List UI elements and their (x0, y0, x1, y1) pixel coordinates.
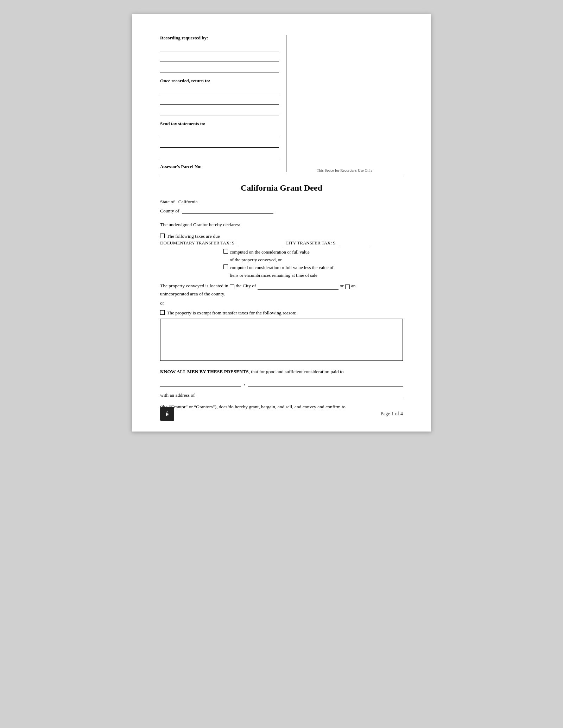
know-all-bold: KNOW ALL MEN BY THESE PRESENTS (160, 369, 248, 374)
taxes-section: The following taxes are due DOCUMENTARY … (160, 233, 403, 297)
taxes-due-label: The following taxes are due (167, 233, 220, 240)
left-column: Recording requested by: Once recorded, r… (160, 35, 286, 172)
city-name-input[interactable] (258, 283, 339, 290)
unincorporated-text: unincorporated area of the county. (160, 291, 403, 297)
know-all-cont: , that for good and sufficient considera… (248, 369, 343, 374)
exempt-section: The property is exempt from transfer tax… (160, 309, 403, 361)
state-county-section: State of California County of (160, 199, 403, 214)
recording-line-1[interactable] (160, 44, 279, 51)
computed-full-row: computed on the consideration or full va… (223, 248, 403, 256)
page-number: Page 1 of 4 (381, 411, 403, 417)
taxes-due-checkbox[interactable] (160, 234, 165, 238)
computed-less-row: computed on consideration or full value … (223, 264, 403, 272)
header-divider (160, 176, 403, 176)
return-label: Once recorded, return to: (160, 78, 279, 84)
know-all-section: KNOW ALL MEN BY THESE PRESENTS, that for… (160, 368, 403, 376)
document-page: Recording requested by: Once recorded, r… (132, 14, 431, 432)
of-property-text: of the property conveyed, or (230, 256, 403, 264)
right-column: This Space for Recorder's Use Only (286, 35, 403, 172)
return-line-1[interactable] (160, 87, 279, 94)
state-value: California (178, 199, 198, 204)
exempt-row: The property is exempt from transfer tax… (160, 309, 403, 317)
taxes-due-row: The following taxes are due (160, 233, 403, 240)
tax-amounts-row: DOCUMENTARY TRANSFER TAX: $ CITY TRANSFE… (160, 240, 403, 246)
state-line: State of California (160, 199, 403, 205)
footer-logo: ê (160, 407, 174, 421)
recorder-note: This Space for Recorder's Use Only (286, 168, 403, 172)
county-input[interactable] (182, 207, 273, 214)
return-line-2[interactable] (160, 97, 279, 105)
tax-line-2[interactable] (160, 140, 279, 148)
an-text: an (351, 282, 356, 290)
property-located-text: The property conveyed is located in (160, 282, 228, 290)
signature-row-1: , (160, 381, 403, 387)
assessors-label: Assessor's Parcel No: (160, 164, 279, 170)
county-label: County of (160, 208, 179, 214)
state-label: State of (160, 199, 175, 204)
computed-full-checkbox[interactable] (223, 249, 228, 254)
address-label: with an address of (160, 392, 195, 398)
grantor-sig-line-1[interactable] (160, 381, 241, 387)
return-line-3[interactable] (160, 108, 279, 115)
city-transfer-input[interactable] (338, 240, 370, 246)
exempt-label: The property is exempt from transfer tax… (167, 309, 296, 317)
address-input[interactable] (198, 392, 403, 398)
city-checkbox[interactable] (230, 285, 234, 289)
document-title: California Grant Deed (160, 183, 403, 193)
tax-line-3[interactable] (160, 151, 279, 158)
recording-label: Recording requested by: (160, 35, 279, 41)
doc-transfer-label: DOCUMENTARY TRANSFER TAX: $ (160, 240, 234, 246)
exempt-reason-box[interactable] (160, 319, 403, 361)
property-location: The property conveyed is located in the … (160, 282, 403, 290)
indented-options: computed on the consideration or full va… (223, 248, 403, 279)
city-transfer-label: CITY TRANSFER TAX: $ (285, 240, 335, 246)
computed-full-text: computed on the consideration or full va… (230, 248, 310, 256)
county-line: County of (160, 207, 403, 214)
computed-less-text: computed on consideration or full value … (230, 264, 334, 272)
unincorp-checkbox[interactable] (345, 285, 350, 289)
city-of-text: the City of (236, 282, 256, 290)
logo-icon: ê (166, 410, 169, 418)
tax-statements-label: Send tax statements to: (160, 121, 279, 127)
grantor-declares: The undersigned Grantor hereby declares: (160, 221, 403, 229)
grantor-sig-line-2[interactable] (248, 381, 403, 387)
computed-less-checkbox[interactable] (223, 264, 228, 269)
tax-line-1[interactable] (160, 129, 279, 137)
recording-line-3[interactable] (160, 65, 279, 72)
or-text: or (160, 300, 403, 306)
recording-line-2[interactable] (160, 54, 279, 62)
address-row: with an address of (160, 392, 403, 398)
exempt-checkbox[interactable] (160, 310, 165, 315)
comma-separator: , (241, 381, 248, 387)
or-text-inline: or (340, 282, 344, 290)
liens-text: liens or encumbrances remaining at time … (230, 272, 403, 279)
header-section: Recording requested by: Once recorded, r… (160, 35, 403, 172)
doc-transfer-input[interactable] (237, 240, 283, 246)
page-footer: ê Page 1 of 4 (160, 407, 403, 421)
